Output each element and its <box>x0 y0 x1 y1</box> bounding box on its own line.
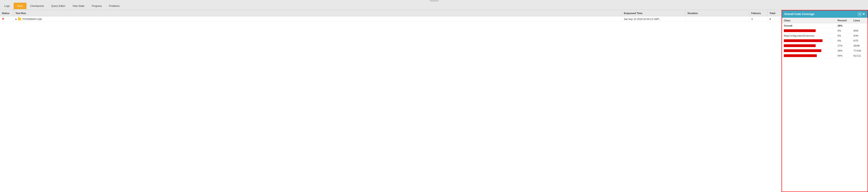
panel-icons: ⊡ ✕ <box>858 12 865 16</box>
cov-col-percent: Percent <box>836 19 851 22</box>
coverage-row-1[interactable]: 0% 0/64 <box>782 28 868 33</box>
table-body: ✕ ▶ 707f200004YcSj6 Sat Sep 15 2018 02:0… <box>0 16 781 192</box>
coverage-row-map[interactable]: MapConfigurationExtension 0% 0/44 <box>782 33 868 38</box>
col-header-failures: Failures <box>749 10 768 16</box>
redacted-class-2 <box>784 39 823 42</box>
test-run-cell: ▶ 707f200004YcSj6 <box>16 18 42 21</box>
cov-lines-3: 26/96 <box>851 44 868 47</box>
coverage-row-overall[interactable]: Overall 28% <box>782 23 868 28</box>
cov-col-class: Class <box>782 19 836 22</box>
left-panel: Status Test Run Enqueued Time Duration F… <box>0 10 781 192</box>
expand-button[interactable]: ⊡ <box>858 12 862 16</box>
cell-status: ✕ <box>0 16 14 22</box>
drag-handle-dots <box>430 0 439 1</box>
coverage-row-4[interactable]: 39% 77/193 <box>782 48 868 53</box>
expand-arrow-icon: ▶ <box>16 18 17 20</box>
cov-lines-2: 0/75 <box>851 39 868 42</box>
tab-checkpoints[interactable]: Checkpoints <box>27 3 48 9</box>
redacted-class-1 <box>784 29 816 32</box>
cov-class-overall: Overall <box>782 24 836 27</box>
col-header-total: Total <box>768 10 781 16</box>
right-panel: Overall Code Coverage ⊡ ✕ Class Percent … <box>781 10 868 192</box>
col-header-status: Status <box>0 10 14 16</box>
table-row[interactable]: ✕ ▶ 707f200004YcSj6 Sat Sep 15 2018 02:0… <box>0 16 781 22</box>
cov-class-5 <box>782 54 836 57</box>
panel-header: Overall Code Coverage ⊡ ✕ <box>782 10 868 18</box>
cov-percent-2: 0% <box>836 39 851 42</box>
table-header: Status Test Run Enqueued Time Duration F… <box>0 10 781 16</box>
col-header-enqueued: Enqueued Time <box>622 10 686 16</box>
cov-class-1 <box>782 29 836 32</box>
redacted-class-4 <box>784 49 822 52</box>
main-container: Logs Tests Checkpoints Query Editor View… <box>0 0 868 192</box>
coverage-row-5[interactable]: 54% 61/111 <box>782 53 868 58</box>
cov-class-4 <box>782 49 836 52</box>
tab-problems[interactable]: Problems <box>105 3 123 9</box>
tab-tests[interactable]: Tests <box>14 3 26 9</box>
cov-class-map: MapConfigurationExtension <box>782 34 836 37</box>
coverage-table-header: Class Percent Lines <box>782 18 868 23</box>
redacted-class-5 <box>784 54 817 57</box>
cell-testrun: ▶ 707f200004YcSj6 <box>14 16 622 22</box>
tab-progress[interactable]: Progress <box>88 3 105 9</box>
cell-total: 8 <box>768 16 781 22</box>
cell-failures: 3 <box>749 16 768 22</box>
tab-query-editor[interactable]: Query Editor <box>48 3 69 9</box>
cov-class-2 <box>782 39 836 42</box>
content-area: Status Test Run Enqueued Time Duration F… <box>0 10 868 192</box>
cov-percent-3: 27% <box>836 44 851 47</box>
cov-percent-4: 39% <box>836 49 851 52</box>
cov-lines-5: 61/111 <box>851 54 868 57</box>
tab-view-state[interactable]: View State <box>69 3 88 9</box>
cov-percent-overall: 28% <box>836 24 851 27</box>
cov-class-3 <box>782 44 836 47</box>
tab-logs[interactable]: Logs <box>1 3 13 9</box>
cell-duration <box>686 16 749 22</box>
drag-handle[interactable] <box>0 0 868 2</box>
panel-title: Overall Code Coverage <box>784 12 814 16</box>
status-error-icon: ✕ <box>2 17 4 21</box>
cov-percent-map: 0% <box>836 34 851 37</box>
coverage-row-2[interactable]: 0% 0/75 <box>782 38 868 43</box>
cov-percent-1: 0% <box>836 29 851 32</box>
coverage-row-3[interactable]: 27% 26/96 <box>782 43 868 48</box>
coverage-table-body: Overall 28% 0% 0/64 MapConfigurationExte… <box>782 23 868 192</box>
col-header-duration: Duration <box>686 10 749 16</box>
test-run-id: 707f200004YcSj6 <box>22 18 42 21</box>
tab-bar: Logs Tests Checkpoints Query Editor View… <box>0 2 868 10</box>
folder-icon <box>18 18 21 21</box>
redacted-class-3 <box>784 44 816 47</box>
cov-lines-1: 0/64 <box>851 29 868 32</box>
cov-lines-map: 0/44 <box>851 34 868 37</box>
cov-lines-4: 77/193 <box>851 49 868 52</box>
cell-enqueued: Sat Sep 15 2018 02:04:12 GMT... <box>622 16 686 22</box>
close-icon[interactable]: ✕ <box>862 12 865 16</box>
col-header-testrun: Test Run <box>14 10 622 16</box>
cov-col-lines: Lines <box>851 19 868 22</box>
cov-percent-5: 54% <box>836 54 851 57</box>
